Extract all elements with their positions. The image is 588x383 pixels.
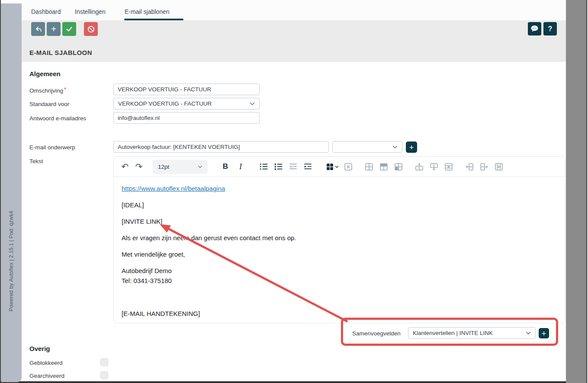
chevron-down-icon <box>392 145 398 149</box>
tab-bar: Dashboard Instellingen E-mail sjablonen <box>22 0 566 20</box>
add-button[interactable]: + <box>47 22 61 36</box>
tekst-label: Tekst <box>29 158 43 164</box>
page-title: E-MAIL SJABLOON <box>29 49 92 56</box>
version-sidebar: Powered by Autoflex | 2.15.1 | Pod: qzwk… <box>1 3 22 382</box>
samenvoegvelden-select[interactable]: Klantenvertellen | INVITE LINK <box>408 327 536 339</box>
antwoord-emailadres-label: Antwoord e-mailadres <box>29 115 86 122</box>
delete-table-icon[interactable] <box>344 162 353 171</box>
samenvoegvelden-label: Samenvoegvelden <box>352 330 401 337</box>
insert-row-below-icon[interactable] <box>429 162 439 171</box>
editor-paragraph: [E-MAIL HANDTEKENING] <box>122 309 557 319</box>
numbered-list-icon[interactable] <box>273 162 283 171</box>
font-size-select[interactable]: 12pt <box>153 160 208 174</box>
italic-button[interactable]: I <box>236 162 245 171</box>
samenvoegvelden-add-button[interactable]: + <box>539 328 549 338</box>
onderwerp-merge-add-button[interactable]: + <box>406 142 417 153</box>
standaard-voor-label: Standaard voor <box>29 101 69 107</box>
table-cell-properties-icon[interactable] <box>394 162 403 171</box>
omschrijving-label: Omschrijving* <box>29 86 66 94</box>
plus-icon: + <box>541 329 546 338</box>
insert-column-before-icon[interactable] <box>465 162 474 171</box>
cancel-icon <box>87 25 95 33</box>
gearchiveerd-checkbox[interactable] <box>100 371 108 379</box>
bold-button[interactable]: B <box>221 162 230 171</box>
chevron-down-icon <box>198 165 202 168</box>
help-button[interactable]: ? <box>543 22 557 35</box>
app-window: Powered by Autoflex | 2.15.1 | Pod: qzwk… <box>0 0 588 383</box>
required-asterisk: * <box>64 86 66 93</box>
section-heading-algemeen: Algemeen <box>29 70 61 77</box>
delete-column-icon[interactable] <box>494 162 504 171</box>
geblokkeerd-checkbox[interactable] <box>100 358 108 366</box>
table-row-properties-icon[interactable] <box>379 162 389 171</box>
indent-icon[interactable] <box>303 162 312 171</box>
antwoord-emailadres-input[interactable] <box>113 112 260 124</box>
insert-table-icon[interactable] <box>326 162 339 171</box>
question-mark-icon: ? <box>548 25 553 33</box>
chevron-down-icon <box>526 332 531 335</box>
window-edge-bottom <box>0 381 567 383</box>
gearchiveerd-label: Gearchiveerd <box>29 373 64 379</box>
insert-row-above-icon[interactable] <box>414 162 424 171</box>
omschrijving-input[interactable] <box>113 84 260 95</box>
editor-paragraph: [IDEAL] <box>122 200 557 210</box>
chevron-down-icon <box>250 102 255 106</box>
tab-email-sjablonen[interactable]: E-mail sjablonen <box>125 8 170 15</box>
cancel-button[interactable] <box>84 22 98 36</box>
payment-page-link[interactable]: https://www.autoflex.nl/betaalpagina <box>122 185 225 192</box>
editor-paragraph-empty <box>122 292 557 302</box>
save-button[interactable] <box>62 22 76 36</box>
plus-icon: + <box>51 24 56 34</box>
outdent-icon[interactable] <box>288 162 298 171</box>
editor-paragraph: Als er vragen zijn neem dan gerust even … <box>122 233 557 243</box>
geblokkeerd-label: Geblokkeerd <box>29 360 63 366</box>
tab-instellingen[interactable]: Instellingen <box>75 8 106 15</box>
standaard-voor-select[interactable]: VERKOOP VOERTUIG - FACTUUR <box>113 98 260 109</box>
email-onderwerp-input[interactable] <box>113 141 329 153</box>
editor-paragraph: [INVITE LINK] <box>122 216 557 226</box>
header-band <box>22 20 566 62</box>
editor-paragraph: Autobedrijf Demo Tel: 0341-375180 <box>122 266 557 286</box>
redo-icon[interactable]: ↷ <box>134 161 144 172</box>
editor-toolbar: ↶ ↷ 12pt B I <box>114 157 565 177</box>
bullet-list-icon[interactable] <box>259 162 268 171</box>
section-heading-overig: Overig <box>29 345 50 352</box>
plus-icon: + <box>409 143 414 151</box>
speech-bubble-icon <box>530 25 539 32</box>
editor-paragraph: Met vriendelijke groet, <box>122 249 557 259</box>
undo-icon[interactable]: ↶ <box>120 161 130 172</box>
rich-text-editor: ↶ ↷ 12pt B I <box>113 156 566 323</box>
email-onderwerp-label: E-mail onderwerp <box>29 144 75 151</box>
editor-paragraph: https://www.autoflex.nl/betaalpagina <box>122 183 557 193</box>
editor-content[interactable]: https://www.autoflex.nl/betaalpagina [ID… <box>114 177 565 323</box>
chat-button[interactable] <box>528 22 541 35</box>
back-icon <box>34 25 42 33</box>
onderwerp-merge-select[interactable] <box>332 141 402 153</box>
desktop-strip <box>566 0 586 383</box>
delete-row-icon[interactable] <box>444 162 453 171</box>
table-properties-icon[interactable] <box>364 162 374 171</box>
back-button[interactable] <box>31 22 45 36</box>
check-icon <box>65 25 73 33</box>
insert-column-after-icon[interactable] <box>479 162 489 171</box>
powered-by-label: Powered by Autoflex | 2.15.1 | Pod: qzwk… <box>8 211 14 312</box>
tab-dashboard[interactable]: Dashboard <box>31 8 61 15</box>
